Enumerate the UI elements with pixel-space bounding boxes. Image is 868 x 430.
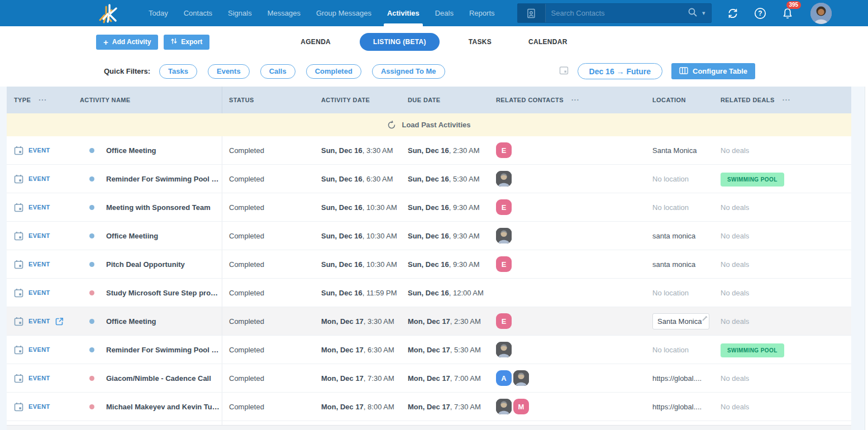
nav-item-signals[interactable]: Signals <box>220 0 260 26</box>
search-icon[interactable] <box>688 7 698 20</box>
date-range-filter[interactable]: Dec 16 → Future <box>578 63 662 79</box>
contact-card-icon[interactable] <box>518 4 546 22</box>
contacts-column-menu-icon[interactable]: ··· <box>571 96 580 104</box>
activity-name[interactable]: Office Meetiing <box>106 232 158 240</box>
table-row[interactable]: EVENT Reminder For Swimming Pool Deal Co… <box>7 165 851 193</box>
location-cell[interactable]: https://global.... <box>646 402 714 412</box>
location-cell[interactable]: No location <box>646 345 714 355</box>
contact-avatar-initial[interactable]: E <box>496 142 512 158</box>
user-avatar[interactable] <box>810 3 832 24</box>
search-options-chevron-icon[interactable]: ▾ <box>702 9 705 17</box>
filter-pill-completed[interactable]: Completed <box>306 64 361 79</box>
table-row[interactable]: EVENT Study Microsoft Sure Step program … <box>7 279 851 307</box>
contact-avatar-photo[interactable] <box>513 370 529 386</box>
nav-item-group-messages[interactable]: Group Messages <box>308 0 379 26</box>
col-header-related-deals[interactable]: RELATED DEALS <box>721 97 775 103</box>
filter-pill-assigned-to-me[interactable]: Assigned To Me <box>372 64 445 79</box>
notifications-bell-icon[interactable]: 395 <box>781 7 794 20</box>
contact-avatar-photo[interactable] <box>496 342 512 357</box>
location-cell[interactable]: santa monica <box>646 259 714 269</box>
open-activity-icon[interactable] <box>55 317 64 326</box>
location-cell[interactable]: https://global.... <box>646 373 714 383</box>
col-header-activity-date[interactable]: ACTIVITY DATE <box>321 97 370 103</box>
col-header-type[interactable]: TYPE <box>14 97 31 103</box>
configure-table-button[interactable]: Configure Table <box>671 63 755 79</box>
activity-name[interactable]: Office Meeting <box>106 146 156 155</box>
table-row[interactable]: EVENT Office Meeting Completed Sun, Dec … <box>7 136 851 165</box>
activity-name[interactable]: Reminder For Swimming Pool Deal <box>106 175 222 183</box>
activity-name[interactable]: Michael Makeyev and Kevin Turner <box>106 403 222 411</box>
calendar-icon[interactable] <box>559 65 569 77</box>
sync-icon[interactable] <box>726 7 740 20</box>
deal-badge[interactable]: SWIMMING POOL <box>721 173 784 187</box>
contact-avatar-initial[interactable]: E <box>496 199 512 215</box>
search-input[interactable] <box>546 9 688 17</box>
table-row[interactable]: EVENT Meeting with Sponsored Team Comple… <box>7 193 851 222</box>
col-header-related-contacts[interactable]: RELATED CONTACTS <box>496 97 564 103</box>
contact-search-box: ▾ <box>517 3 712 23</box>
filter-pill-calls[interactable]: Calls <box>260 64 295 79</box>
tab-calendar[interactable]: CALENDAR <box>521 33 575 51</box>
activity-name[interactable]: Meeting with Sponsored Team <box>106 203 211 212</box>
load-past-activities-button[interactable]: Load Past Activities <box>7 113 851 136</box>
filter-pill-events[interactable]: Events <box>208 64 250 79</box>
activity-name[interactable]: Giacom/Nimble - Cadence Call <box>106 374 211 383</box>
tab-agenda[interactable]: AGENDA <box>293 33 338 51</box>
edit-pencil-icon[interactable] <box>702 315 708 323</box>
activity-name[interactable]: Office Meeting <box>106 317 156 326</box>
nav-item-reports[interactable]: Reports <box>461 0 503 26</box>
col-header-location[interactable]: LOCATION <box>652 97 686 103</box>
help-icon[interactable]: ? <box>753 7 767 20</box>
deals-cell: No deals <box>714 259 851 269</box>
nav-item-messages[interactable]: Messages <box>260 0 308 26</box>
contact-avatar-initial[interactable]: E <box>496 313 512 329</box>
col-header-status[interactable]: STATUS <box>229 97 254 103</box>
add-activity-button[interactable]: + Add Activity <box>96 35 158 50</box>
tab-tasks[interactable]: TASKS <box>461 33 499 51</box>
deal-badge[interactable]: SWIMMING POOL <box>721 343 784 357</box>
contact-avatar-photo[interactable] <box>496 228 512 243</box>
quick-filters-row: Quick Filters: TasksEventsCallsCompleted… <box>0 58 868 85</box>
nav-item-deals[interactable]: Deals <box>427 0 461 26</box>
table-row[interactable]: EVENT Pitch Deal Opportunity Completed S… <box>7 250 851 279</box>
related-contacts: M <box>496 399 646 414</box>
table-row[interactable]: EVENT Office Meetiing Completed Sun, Dec… <box>7 222 851 250</box>
nimble-logo[interactable] <box>96 2 122 25</box>
contact-avatar-photo[interactable] <box>496 399 512 414</box>
location-cell[interactable]: No location <box>646 174 714 184</box>
activity-name[interactable]: Study Microsoft Sure Step program <box>106 289 222 297</box>
table-body: EVENT Office Meeting Completed Sun, Dec … <box>7 136 851 421</box>
location-cell[interactable]: No location <box>646 202 714 212</box>
event-calendar-icon <box>14 288 23 298</box>
table-row[interactable]: EVENT Office Meeting Completed Mon, Dec … <box>7 307 851 336</box>
activities-table-region: TYPE ··· ACTIVITY NAME STATUS ACTIVITY D… <box>0 87 868 430</box>
nav-item-contacts[interactable]: Contacts <box>176 0 220 26</box>
nav-item-today[interactable]: Today <box>141 0 176 26</box>
table-row[interactable]: EVENT Reminder For Swimming Pool Deal Co… <box>7 336 851 364</box>
location-edit-field[interactable]: Santa Monica <box>652 313 709 329</box>
location-cell[interactable]: Santa Monica <box>646 313 714 329</box>
table-row[interactable]: EVENT Michael Makeyev and Kevin Turner C… <box>7 393 851 421</box>
activity-date-value: Sun, Dec 16, 11:59 PM <box>321 289 397 297</box>
scroll-edge[interactable] <box>865 87 868 430</box>
export-button[interactable]: Export <box>164 35 209 50</box>
contact-avatar-initial[interactable]: M <box>513 399 529 414</box>
table-row[interactable]: EVENT Giacom/Nimble - Cadence Call Compl… <box>7 364 851 393</box>
contact-avatar-initial[interactable]: A <box>496 370 512 386</box>
col-header-due-date[interactable]: DUE DATE <box>408 97 441 103</box>
deals-cell: No deals <box>714 231 851 241</box>
contact-avatar-initial[interactable]: E <box>496 256 512 272</box>
filter-pill-tasks[interactable]: Tasks <box>159 64 197 79</box>
location-cell[interactable]: No location <box>646 288 714 298</box>
activity-name[interactable]: Pitch Deal Opportunity <box>106 260 185 269</box>
location-cell[interactable]: santa monica <box>646 231 714 241</box>
location-cell[interactable]: Santa Monica <box>646 145 714 155</box>
activity-name[interactable]: Reminder For Swimming Pool Deal <box>106 346 222 354</box>
location-value: santa monica <box>652 232 695 240</box>
tab-listing-beta[interactable]: LISTING (BETA) <box>360 33 440 51</box>
deals-column-menu-icon[interactable]: ··· <box>783 96 791 104</box>
contact-avatar-photo[interactable] <box>496 171 512 187</box>
type-column-menu-icon[interactable]: ··· <box>39 96 47 104</box>
nav-item-activities[interactable]: Activities <box>379 0 427 26</box>
col-header-activity-name[interactable]: ACTIVITY NAME <box>80 97 131 103</box>
